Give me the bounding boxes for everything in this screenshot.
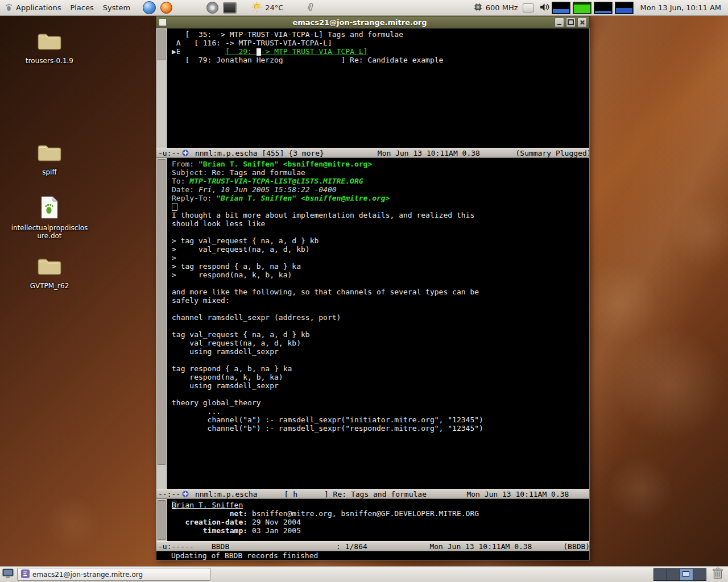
show-desktop-button[interactable] xyxy=(2,568,14,580)
trash-icon xyxy=(712,567,723,581)
disc-icon xyxy=(206,2,218,14)
scrollbar-thumb[interactable] xyxy=(158,500,166,540)
desktop: Applications Places System 24°C xyxy=(0,0,728,582)
close-button[interactable] xyxy=(577,18,587,27)
desktop-icon-gvtpm[interactable]: GVTPM_r62 xyxy=(7,256,92,290)
folder-icon xyxy=(36,31,63,55)
gnome-foot-icon xyxy=(5,3,13,13)
bbdb-scrollbar[interactable] xyxy=(156,499,167,541)
maximize-button[interactable] xyxy=(566,18,576,27)
cpufreq-selector-button[interactable] xyxy=(523,3,534,13)
gnus-summary-buffer[interactable]: [ 35: -> MTP-TRUST-VIA-TCPA-L] Tags and … xyxy=(167,28,589,148)
article-body: I thought a bit more about implementatio… xyxy=(172,211,589,433)
weather-applet[interactable]: 24°C xyxy=(251,2,283,14)
workspace-3-active[interactable] xyxy=(680,569,693,580)
applications-menu-label: Applications xyxy=(16,3,61,12)
emacs-frame: [ 35: -> MTP-TRUST-VIA-TCPA-L] Tags and … xyxy=(156,28,590,560)
folder-icon xyxy=(36,256,63,280)
minibuffer[interactable]: Updating of BBDB records finished xyxy=(156,551,589,560)
weather-temp: 24°C xyxy=(265,3,283,12)
launcher-swirl[interactable] xyxy=(160,2,172,14)
desktop-icon-label: spiff xyxy=(42,168,56,176)
bottom-panel: emacs21@jon-strange.mitre.org xyxy=(0,566,728,582)
paperclip-icon xyxy=(306,2,315,14)
paperclip-applet[interactable] xyxy=(306,2,315,14)
close-icon xyxy=(580,20,585,25)
summary-row: [ 35: -> MTP-TRUST-VIA-TCPA-L] Tags and … xyxy=(172,30,589,39)
volume-icon xyxy=(540,3,549,13)
bbdb-buffer[interactable]: Brian T. Sniffen net: bsniffen@mitre.org… xyxy=(167,499,589,541)
article-scrollbar[interactable] xyxy=(156,158,167,489)
browser-launcher[interactable] xyxy=(143,1,156,14)
minimize-icon xyxy=(557,24,561,25)
header-subject: Subject: Re: Tags and formulae xyxy=(172,168,589,177)
mode-line-text: -u:----- BBDB : 1/864 Mon Jun 13 10:11AM… xyxy=(158,542,589,551)
scrollbar-thumb[interactable] xyxy=(158,30,166,60)
net-monitor-graph[interactable] xyxy=(573,2,592,14)
gnus-article-buffer[interactable]: From: "Brian T. Sniffen" <bsniffen@mitre… xyxy=(167,158,589,489)
cpu-freq-label: 600 MHz xyxy=(486,3,518,12)
mode-line-flags: -u:-- xyxy=(158,149,180,157)
echo-area-message: Updating of BBDB records finished xyxy=(171,551,318,560)
summary-cursor-marker: ▶E xyxy=(172,47,225,56)
header-reply-to: Reply-To: "Brian T. Sniffen" <bsniffen@m… xyxy=(172,194,589,202)
bbdb-mode-line[interactable]: -u:----- BBDB : 1/864 Mon Jun 13 10:11AM… xyxy=(156,541,589,551)
gnus-pinwheel-icon xyxy=(182,490,189,497)
maximize-icon xyxy=(568,19,574,25)
load-monitor-graph[interactable] xyxy=(615,2,634,14)
text-cursor xyxy=(257,48,261,56)
taskbar-window-button[interactable]: emacs21@jon-strange.mitre.org xyxy=(17,568,210,581)
trash-applet[interactable] xyxy=(712,567,723,581)
summary-row: A [ 116: -> MTP-TRUST-VIA-TCPA-L] xyxy=(172,39,589,47)
system-menu[interactable]: System xyxy=(98,0,135,15)
bbdb-pane: Brian T. Sniffen net: bsniffen@mitre.org… xyxy=(156,499,589,541)
desktop-icon-intellectualpropdisclosure[interactable]: intellectualpropdisclosure.dot xyxy=(7,196,92,240)
hollow-cursor-line xyxy=(172,202,589,211)
desktop-icon-spiff[interactable]: spiff xyxy=(7,142,92,176)
folder-icon xyxy=(36,142,63,166)
taskbar-window-label: emacs21@jon-strange.mitre.org xyxy=(32,571,143,579)
summary-mode-line[interactable]: -u:-- nnml:m.p.escha [455] {3 more} Mon … xyxy=(156,148,589,158)
summary-row-selected: ▶E [ 29: -> MTP-TRUST-VIA-TCPA-L] xyxy=(172,47,589,56)
titlebar[interactable]: emacs21@jon-strange.mitre.org xyxy=(156,16,590,28)
cpufreq-applet[interactable]: 600 MHz xyxy=(474,3,518,13)
scrollbar-thumb[interactable] xyxy=(158,159,166,465)
document-icon xyxy=(40,196,59,222)
mem-monitor-graph[interactable] xyxy=(594,2,613,14)
article-pane: From: "Brian T. Sniffen" <bsniffen@mitre… xyxy=(156,158,589,489)
workspace-switcher[interactable] xyxy=(653,568,706,581)
desktop-icon-label: trousers-0.1.9 xyxy=(26,57,73,65)
applications-menu[interactable]: Applications xyxy=(0,0,65,15)
emacs-icon xyxy=(21,569,30,580)
emacs-window: emacs21@jon-strange.mitre.org [ 35: -> M… xyxy=(156,16,590,560)
summary-scrollbar[interactable] xyxy=(156,28,167,148)
bbdb-field-timestamp: timestamp: 03 Jan 2005 xyxy=(172,526,589,535)
window-menu-icon[interactable] xyxy=(159,18,167,26)
minimize-button[interactable] xyxy=(555,18,564,27)
header-date: Date: Fri, 10 Jun 2005 15:58:22 -0400 xyxy=(172,185,589,194)
header-from: From: "Brian T. Sniffen" <bsniffen@mitre… xyxy=(172,160,589,168)
weather-sun-icon xyxy=(251,2,262,14)
desktop-icon-label: intellectualpropdisclosure.dot xyxy=(10,224,89,240)
summary-pane: [ 35: -> MTP-TRUST-VIA-TCPA-L] Tags and … xyxy=(156,28,589,148)
workspace-4[interactable] xyxy=(693,569,706,580)
launcher-screen[interactable] xyxy=(223,2,237,14)
article-mode-line[interactable]: --:-- nnml:m.p.escha [ h ] Re: Tags and … xyxy=(156,489,589,499)
workspace-2[interactable] xyxy=(667,569,680,580)
window-title: emacs21@jon-strange.mitre.org xyxy=(167,18,553,27)
volume-applet[interactable] xyxy=(540,3,549,13)
gnus-pinwheel-icon xyxy=(182,149,189,156)
clock-applet[interactable]: Mon 13 Jun, 10:11 AM xyxy=(640,3,722,12)
hollow-cursor xyxy=(172,203,177,211)
launcher-disc[interactable] xyxy=(206,2,218,14)
system-menu-label: System xyxy=(103,3,130,12)
places-menu[interactable]: Places xyxy=(65,0,98,15)
mode-line-text: nnml:m.p.escha [455] {3 more} Mon Jun 13… xyxy=(191,149,589,157)
workspace-1[interactable] xyxy=(654,569,667,580)
bbdb-record-name: Brian T. Sniffen xyxy=(172,501,589,509)
desktop-icon-trousers[interactable]: trousers-0.1.9 xyxy=(7,31,92,65)
globe-icon xyxy=(143,1,156,14)
screen-icon xyxy=(223,2,237,14)
cpu-monitor-graph[interactable] xyxy=(552,2,570,14)
bbdb-field-creation-date: creation-date: 29 Nov 2004 xyxy=(172,518,589,526)
